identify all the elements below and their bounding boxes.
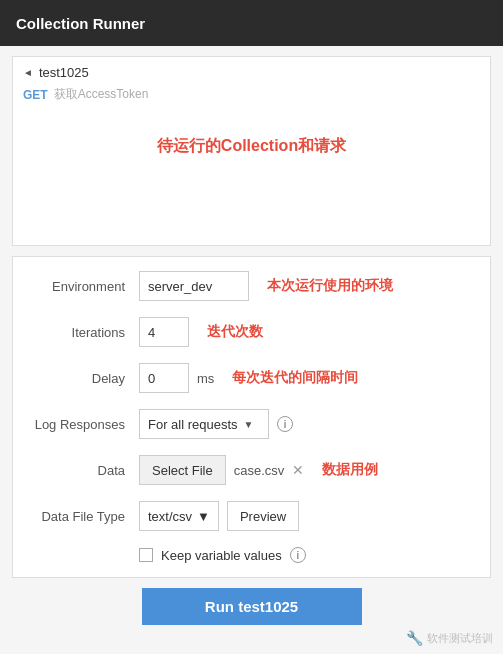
data-annotation: 数据用例 — [322, 461, 378, 479]
delay-value-group: ms 每次迭代的间隔时间 — [139, 363, 474, 393]
log-responses-label: Log Responses — [29, 417, 139, 432]
environment-input[interactable] — [139, 271, 249, 301]
watermark: 🔧 软件测试培训 — [406, 630, 493, 646]
data-label: Data — [29, 463, 139, 478]
iterations-input[interactable] — [139, 317, 189, 347]
config-area: Environment 本次运行使用的环境 Iterations 迭代次数 De… — [12, 256, 491, 578]
log-responses-select[interactable]: For all requests ▼ — [139, 409, 269, 439]
data-file-type-chevron: ▼ — [197, 509, 210, 524]
data-value-group: Select File case.csv ✕ 数据用例 — [139, 455, 474, 485]
collection-annotation: 待运行的Collection和请求 — [23, 133, 480, 159]
watermark-text: 软件测试培训 — [427, 631, 493, 646]
iterations-label: Iterations — [29, 325, 139, 340]
keep-variable-info-icon[interactable]: i — [290, 547, 306, 563]
data-file-type-label: Data File Type — [29, 509, 139, 524]
environment-row: Environment 本次运行使用的环境 — [29, 271, 474, 301]
delay-row: Delay ms 每次迭代的间隔时间 — [29, 363, 474, 393]
log-responses-row: Log Responses For all requests ▼ i — [29, 409, 474, 439]
api-item[interactable]: GET 获取AccessToken — [23, 86, 480, 103]
file-name: case.csv — [234, 463, 285, 478]
arrow-icon: ◄ — [23, 67, 33, 78]
app-title: Collection Runner — [16, 15, 145, 32]
environment-value-group: 本次运行使用的环境 — [139, 271, 474, 301]
ms-label: ms — [197, 371, 214, 386]
data-file-type-row: Data File Type text/csv ▼ Preview — [29, 501, 474, 531]
collection-area: ◄ test1025 GET 获取AccessToken 待运行的Collect… — [12, 56, 491, 246]
collection-item[interactable]: ◄ test1025 — [23, 65, 480, 80]
collection-item-name: test1025 — [39, 65, 89, 80]
data-row: Data Select File case.csv ✕ 数据用例 — [29, 455, 474, 485]
log-responses-value: For all requests — [148, 417, 238, 432]
environment-label: Environment — [29, 279, 139, 294]
get-label: GET — [23, 88, 48, 102]
delay-label: Delay — [29, 371, 139, 386]
data-file-type-value-group: text/csv ▼ Preview — [139, 501, 474, 531]
remove-file-button[interactable]: ✕ — [292, 462, 304, 478]
iterations-value-group: 迭代次数 — [139, 317, 474, 347]
keep-variable-checkbox[interactable] — [139, 548, 153, 562]
log-responses-chevron: ▼ — [244, 419, 254, 430]
watermark-icon: 🔧 — [406, 630, 423, 646]
delay-annotation: 每次迭代的间隔时间 — [232, 369, 358, 387]
keep-variable-row: Keep variable values i — [29, 547, 474, 563]
delay-input[interactable] — [139, 363, 189, 393]
iterations-annotation: 迭代次数 — [207, 323, 263, 341]
data-file-type-value: text/csv — [148, 509, 192, 524]
run-area: Run test1025 — [12, 588, 491, 625]
run-button[interactable]: Run test1025 — [142, 588, 362, 625]
log-responses-value-group: For all requests ▼ i — [139, 409, 474, 439]
select-file-button[interactable]: Select File — [139, 455, 226, 485]
log-responses-info-icon[interactable]: i — [277, 416, 293, 432]
preview-button[interactable]: Preview — [227, 501, 299, 531]
iterations-row: Iterations 迭代次数 — [29, 317, 474, 347]
api-label: 获取AccessToken — [54, 86, 149, 103]
data-file-type-select[interactable]: text/csv ▼ — [139, 501, 219, 531]
keep-variable-label: Keep variable values — [161, 548, 282, 563]
app-header: Collection Runner — [0, 0, 503, 46]
environment-annotation: 本次运行使用的环境 — [267, 277, 393, 295]
